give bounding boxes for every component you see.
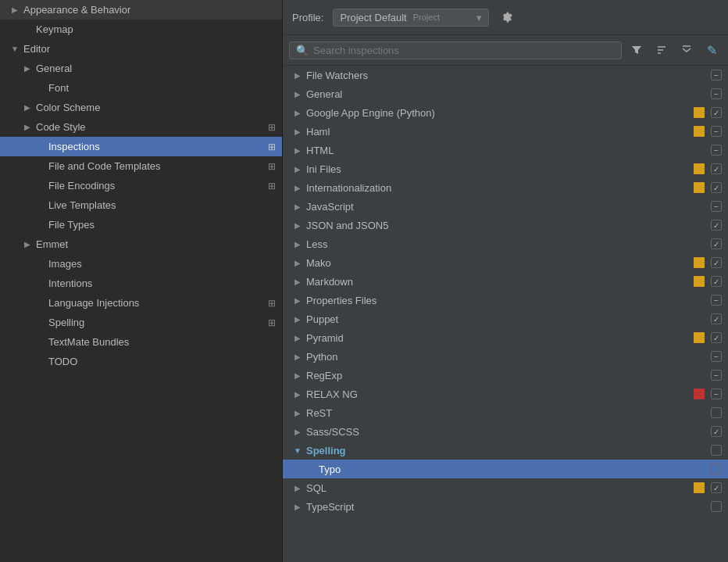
list-item[interactable]: Less (283, 234, 728, 253)
row-checkbox[interactable] (711, 126, 722, 137)
settings-button[interactable] (495, 6, 517, 28)
row-checkbox[interactable] (711, 182, 722, 193)
list-item[interactable]: General (283, 84, 728, 103)
sidebar-item-language-injections[interactable]: Language Injections ⊞ (0, 293, 282, 313)
sidebar-item-images[interactable]: Images (0, 254, 282, 274)
list-item[interactable]: Ini Files (283, 159, 728, 178)
collapse-arrow-code-style (22, 122, 33, 133)
profile-name: Project Default (340, 12, 406, 23)
row-checkbox[interactable] (711, 501, 722, 512)
list-item[interactable]: Google App Engine (Python) (283, 103, 728, 122)
row-expand-arrow (292, 445, 303, 456)
sidebar-item-file-types[interactable]: File Types (0, 215, 282, 234)
row-checkbox[interactable] (711, 201, 722, 212)
row-right (694, 482, 722, 493)
filter-button[interactable] (626, 40, 647, 60)
row-label: SQL (306, 482, 694, 494)
list-item[interactable]: RELAX NG (283, 385, 728, 403)
sidebar-item-file-and-code-templates[interactable]: File and Code Templates ⊞ (0, 156, 282, 176)
list-item[interactable]: JSON and JSON5 (283, 216, 728, 234)
sidebar-item-color-scheme[interactable]: Color Scheme (0, 98, 282, 117)
row-checkbox[interactable] (711, 370, 722, 381)
row-checkbox[interactable] (711, 482, 722, 493)
list-item[interactable]: Mako (283, 253, 728, 272)
list-item[interactable]: Markdown (283, 272, 728, 291)
list-item[interactable]: Internationalization (283, 178, 728, 197)
search-box[interactable]: 🔍 (289, 41, 622, 59)
sidebar-item-general[interactable]: General (0, 59, 282, 78)
row-label: HTML (306, 145, 694, 156)
row-expand-arrow (292, 107, 303, 118)
clear-button[interactable]: ✎ (701, 40, 722, 60)
severity-indicator (694, 257, 705, 268)
expand-all-button[interactable] (676, 40, 697, 60)
profile-dropdown[interactable]: Project Default Project ▾ (333, 9, 489, 27)
sort-button[interactable] (651, 40, 672, 60)
row-label: File Watchers (306, 70, 694, 81)
row-label: General (306, 88, 694, 100)
row-expand-arrow (292, 238, 303, 249)
collapse-arrow-general (22, 63, 33, 74)
eraser-icon: ✎ (707, 43, 717, 58)
row-checkbox[interactable] (711, 107, 722, 118)
row-label: ReST (306, 407, 694, 419)
row-expand-arrow (292, 145, 303, 156)
list-item-typo[interactable]: Typo (283, 460, 728, 478)
list-item[interactable]: Puppet (283, 310, 728, 328)
row-checkbox[interactable] (711, 257, 722, 268)
sidebar-item-intentions[interactable]: Intentions (0, 274, 282, 293)
row-right (694, 445, 722, 456)
row-checkbox[interactable] (711, 295, 722, 306)
row-expand-arrow (292, 332, 303, 343)
list-item[interactable]: Pyramid (283, 328, 728, 347)
sidebar-item-label: Inspections (48, 141, 100, 152)
sidebar-item-editor[interactable]: Editor (0, 39, 282, 59)
row-checkbox[interactable] (711, 276, 722, 287)
row-checkbox[interactable] (711, 145, 722, 156)
list-item[interactable]: ReST (283, 403, 728, 422)
list-item[interactable]: Sass/SCSS (283, 422, 728, 441)
row-checkbox[interactable] (711, 407, 722, 418)
list-item[interactable]: Properties Files (283, 291, 728, 310)
sidebar-item-spelling[interactable]: Spelling ⊞ (0, 313, 282, 332)
search-input[interactable] (313, 45, 615, 56)
sidebar-item-textmate-bundles[interactable]: TextMate Bundles (0, 332, 282, 352)
list-item[interactable]: RegExp (283, 366, 728, 385)
list-item[interactable]: File Watchers (283, 66, 728, 84)
sidebar-item-todo[interactable]: TODO (0, 352, 282, 371)
row-checkbox[interactable] (711, 88, 722, 99)
row-label: Ini Files (306, 163, 694, 175)
sidebar-item-appearance[interactable]: Appearance & Behavior (0, 0, 282, 20)
row-checkbox[interactable] (711, 332, 722, 343)
row-checkbox[interactable] (711, 351, 722, 362)
list-item[interactable]: HTML (283, 141, 728, 159)
toolbar: Profile: Project Default Project ▾ (283, 0, 728, 35)
list-item[interactable]: Python (283, 347, 728, 366)
list-item[interactable]: Haml (283, 122, 728, 141)
list-item[interactable]: SQL (283, 478, 728, 497)
filter-icon (631, 45, 642, 55)
list-item[interactable]: TypeScript (283, 497, 728, 516)
sidebar-item-code-style[interactable]: Code Style ⊞ (0, 117, 282, 137)
sidebar-item-emmet[interactable]: Emmet (0, 234, 282, 254)
row-checkbox[interactable] (711, 220, 722, 231)
sidebar-item-inspections[interactable]: Inspections ⊞ (0, 137, 282, 156)
row-checkbox[interactable] (711, 445, 722, 456)
row-expand-arrow (292, 276, 303, 287)
row-checkbox[interactable] (711, 238, 722, 249)
sidebar-item-file-encodings[interactable]: File Encodings ⊞ (0, 176, 282, 195)
row-checkbox[interactable] (711, 163, 722, 174)
row-right (694, 107, 722, 118)
row-checkbox[interactable] (711, 426, 722, 437)
inspections-list[interactable]: File Watchers General Google App Engine … (283, 66, 728, 562)
row-checkbox[interactable] (711, 388, 722, 399)
severity-indicator (694, 370, 705, 381)
sidebar-item-live-templates[interactable]: Live Templates (0, 195, 282, 215)
row-checkbox[interactable] (711, 70, 722, 81)
sidebar-item-font[interactable]: Font (0, 78, 282, 98)
row-checkbox[interactable] (711, 313, 722, 324)
row-checkbox[interactable] (711, 464, 722, 474)
sidebar-item-keymap[interactable]: Keymap (0, 20, 282, 39)
list-item[interactable]: JavaScript (283, 197, 728, 216)
list-item-spelling-parent[interactable]: Spelling (283, 441, 728, 460)
